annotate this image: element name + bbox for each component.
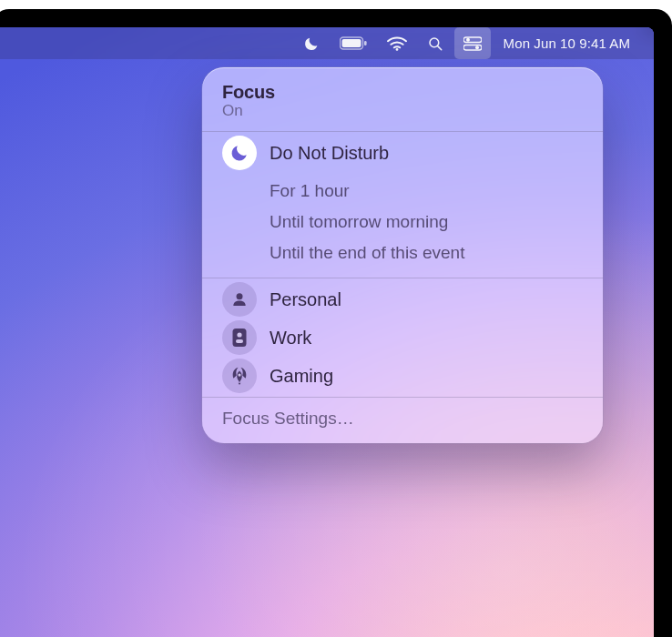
svg-rect-13	[236, 339, 243, 343]
datetime-text: Mon Jun 10 9:41 AM	[504, 35, 630, 51]
svg-point-7	[466, 37, 470, 41]
dnd-duration-tomorrow-morning[interactable]: Until tomorrow morning	[202, 207, 603, 238]
person-icon	[222, 282, 257, 317]
svg-rect-11	[233, 329, 247, 347]
duration-label: Until tomorrow morning	[270, 212, 448, 233]
clock-menu-bar-item[interactable]: Mon Jun 10 9:41 AM	[493, 27, 639, 59]
divider	[202, 131, 603, 132]
focus-status: On	[222, 102, 583, 120]
focus-settings-button[interactable]: Focus Settings…	[202, 399, 603, 436]
focus-mode-label: Work	[270, 327, 311, 349]
search-icon	[427, 35, 443, 52]
focus-menu-bar-item[interactable]	[294, 27, 329, 59]
svg-point-4	[430, 38, 439, 47]
svg-point-9	[475, 46, 479, 49]
svg-rect-1	[341, 39, 361, 47]
focus-mode-label: Do Not Disturb	[270, 142, 389, 164]
focus-title: Focus	[222, 82, 583, 103]
duration-label: For 1 hour	[270, 181, 350, 202]
battery-menu-bar-item[interactable]	[331, 27, 376, 59]
rocket-icon	[222, 359, 257, 393]
focus-mode-personal[interactable]: Personal	[202, 280, 603, 318]
wifi-menu-bar-item[interactable]	[378, 27, 416, 59]
duration-label: Until the end of this event	[270, 243, 464, 264]
control-center-icon	[463, 36, 482, 51]
dnd-duration-end-of-event[interactable]: Until the end of this event	[202, 238, 603, 268]
svg-rect-2	[364, 41, 367, 46]
focus-popover: Focus On Do Not Disturb For 1 hour Until…	[202, 67, 603, 443]
svg-point-12	[237, 332, 241, 337]
focus-mode-gaming[interactable]: Gaming	[202, 357, 603, 395]
svg-point-3	[395, 48, 398, 51]
menu-bar: Mon Jun 10 9:41 AM	[0, 27, 654, 59]
moon-icon	[222, 136, 257, 170]
focus-mode-label: Personal	[270, 288, 341, 310]
badge-icon	[222, 320, 257, 355]
focus-mode-do-not-disturb[interactable]: Do Not Disturb	[202, 134, 603, 172]
moon-icon	[303, 35, 320, 52]
battery-icon	[340, 36, 367, 51]
divider	[202, 397, 603, 398]
focus-settings-label: Focus Settings…	[222, 409, 354, 428]
dnd-duration-list: For 1 hour Until tomorrow morning Until …	[202, 172, 603, 276]
spotlight-menu-bar-item[interactable]	[418, 27, 453, 59]
svg-point-10	[237, 293, 243, 299]
focus-mode-label: Gaming	[270, 365, 333, 387]
dnd-duration-1hour[interactable]: For 1 hour	[202, 176, 603, 207]
wifi-icon	[387, 36, 407, 51]
divider	[202, 278, 603, 278]
control-center-menu-bar-item[interactable]	[454, 27, 491, 59]
focus-mode-work[interactable]: Work	[202, 318, 603, 357]
svg-point-14	[238, 374, 240, 377]
svg-line-5	[437, 46, 441, 49]
